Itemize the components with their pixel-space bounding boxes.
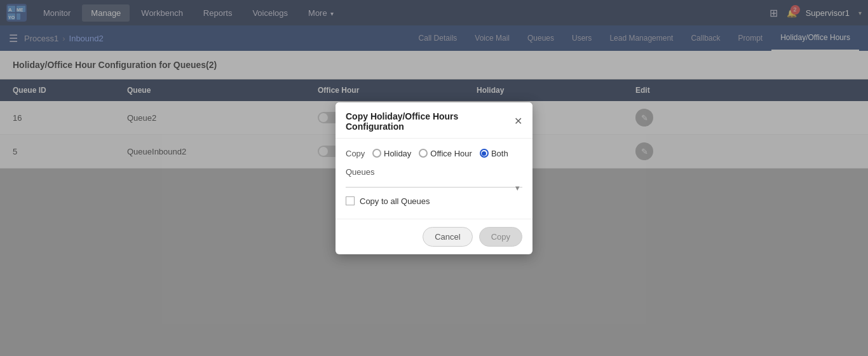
radio-both-circle — [480, 149, 489, 158]
radio-holiday[interactable]: Holiday — [372, 149, 411, 158]
queues-select[interactable] — [346, 179, 522, 188]
cancel-button[interactable]: Cancel — [423, 227, 472, 247]
copy-button[interactable]: Copy — [479, 227, 522, 247]
radio-both[interactable]: Both — [480, 149, 508, 158]
modal-close-button[interactable]: ✕ — [514, 116, 522, 127]
modal-footer: Cancel Copy — [336, 219, 532, 254]
modal-overlay: Copy Holiday/Office Hours Configuration … — [0, 0, 868, 356]
modal-header: Copy Holiday/Office Hours Configuration … — [336, 102, 532, 139]
copy-options-row: Copy Holiday Office Hour Both — [346, 149, 522, 158]
copy-all-label: Copy to all Queues — [360, 196, 430, 206]
radio-holiday-circle — [372, 149, 381, 158]
radio-office-hour[interactable]: Office Hour — [419, 149, 472, 158]
queues-label: Queues — [346, 167, 522, 177]
radio-office-label: Office Hour — [430, 149, 472, 158]
copy-all-row: Copy to all Queues — [346, 196, 522, 206]
radio-office-circle — [419, 149, 428, 158]
radio-group: Holiday Office Hour Both — [372, 149, 508, 158]
radio-both-label: Both — [491, 149, 508, 158]
modal-body: Copy Holiday Office Hour Both — [336, 139, 532, 219]
modal-dialog: Copy Holiday/Office Hours Configuration … — [336, 102, 532, 254]
copy-all-checkbox[interactable] — [346, 196, 355, 205]
queues-select-wrap — [346, 179, 522, 188]
modal-title: Copy Holiday/Office Hours Configuration — [346, 111, 514, 132]
radio-holiday-label: Holiday — [384, 149, 411, 158]
copy-label: Copy — [346, 149, 366, 158]
